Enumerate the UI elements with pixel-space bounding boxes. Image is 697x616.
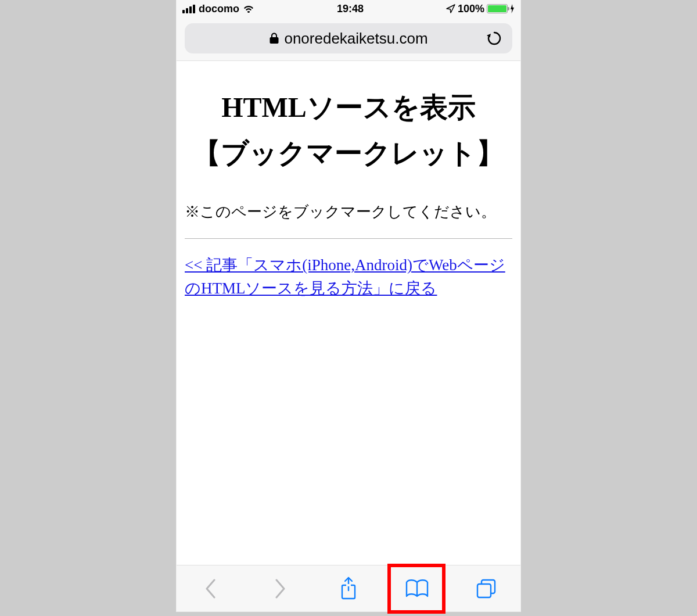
annotation-highlight — [387, 564, 445, 614]
bottom-toolbar — [177, 565, 520, 611]
phone-frame: docomo 19:48 100% onoredekaiketsu.com — [177, 0, 520, 611]
wifi-icon — [243, 5, 254, 13]
nav-back-button[interactable] — [197, 575, 225, 603]
url-bar-area: onoredekaiketsu.com — [177, 17, 520, 61]
status-bar: docomo 19:48 100% — [177, 0, 520, 17]
tabs-button[interactable] — [472, 575, 500, 603]
reload-button[interactable] — [486, 30, 503, 47]
svg-rect-2 — [477, 584, 491, 597]
battery-icon — [487, 4, 508, 13]
chevron-left-icon — [203, 578, 218, 600]
status-time: 19:48 — [337, 3, 364, 15]
url-text: onoredekaiketsu.com — [269, 30, 427, 48]
charging-icon — [510, 4, 515, 13]
status-left: docomo — [182, 3, 254, 15]
title-line-1: HTMLソースを表示 — [221, 92, 476, 123]
share-icon — [339, 576, 358, 601]
location-icon — [446, 4, 455, 13]
status-right: 100% — [446, 3, 515, 15]
share-button[interactable] — [335, 575, 362, 603]
page-content: HTMLソースを表示 【ブックマークレット】 ※このページをブックマークしてくだ… — [177, 61, 520, 565]
svg-rect-1 — [346, 584, 351, 586]
nav-forward-button[interactable] — [266, 575, 294, 603]
title-line-2: 【ブックマークレット】 — [193, 138, 504, 169]
back-article-link[interactable]: << 記事「スマホ(iPhone,Android)でWebページのHTMLソース… — [185, 256, 505, 296]
divider — [185, 238, 512, 239]
carrier-label: docomo — [199, 3, 239, 15]
lock-icon — [269, 32, 279, 45]
url-domain: onoredekaiketsu.com — [284, 30, 427, 48]
chevron-right-icon — [272, 578, 288, 600]
bookmark-note: ※このページをブックマークしてください。 — [185, 202, 512, 222]
address-bar[interactable]: onoredekaiketsu.com — [185, 23, 512, 53]
page-title: HTMLソースを表示 【ブックマークレット】 — [185, 84, 512, 176]
battery-percent: 100% — [458, 3, 484, 15]
tabs-icon — [475, 578, 497, 600]
signal-bars-icon — [182, 5, 195, 13]
